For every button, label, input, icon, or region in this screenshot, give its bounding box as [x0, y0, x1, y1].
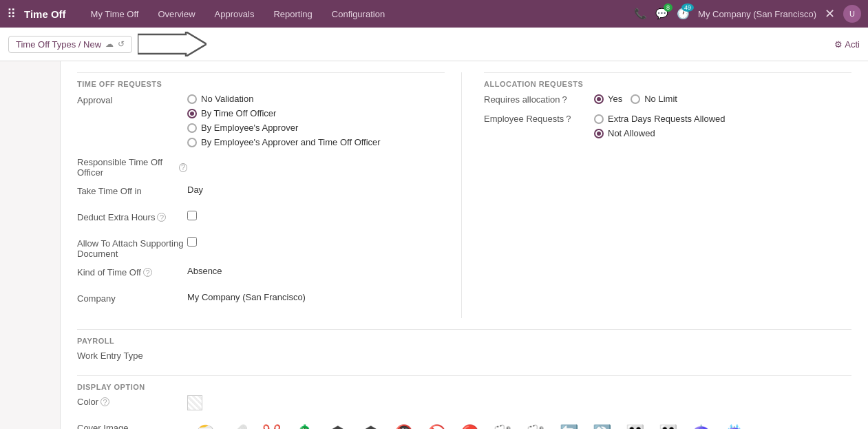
- approval-no-validation[interactable]: No Validation: [187, 94, 445, 104]
- color-help-icon[interactable]: ?: [100, 397, 109, 406]
- cover-icon-family-2[interactable]: 👪: [659, 424, 677, 429]
- discard-icon[interactable]: ↺: [118, 39, 125, 49]
- work-entry-field: Work Entry Type: [77, 349, 851, 368]
- approval-label: Approval: [77, 94, 187, 105]
- cover-item-8: 🚫: [419, 424, 446, 429]
- requires-allocation-field: Requires allocation ? Yes No Limit: [484, 94, 851, 105]
- color-field: Color ?: [77, 395, 851, 415]
- breadcrumb-pill: Time Off Types / New ☁ ↺: [8, 36, 132, 53]
- alloc-yes[interactable]: Yes: [594, 94, 622, 104]
- radio-alloc-no-limit[interactable]: [631, 94, 640, 104]
- color-label: Color ?: [77, 395, 187, 407]
- radio-not-allowed[interactable]: [594, 129, 604, 138]
- sidebar: [0, 61, 61, 429]
- allow-attach-value: [187, 237, 445, 247]
- take-time-off-value: Day: [187, 185, 445, 195]
- color-value: [187, 395, 851, 410]
- approval-by-officer[interactable]: By Time Off Officer: [187, 108, 445, 118]
- arrow-indicator: [138, 32, 207, 56]
- color-swatch[interactable]: [187, 395, 202, 410]
- phone-icon[interactable]: 📞: [634, 8, 647, 20]
- radio-by-approver[interactable]: [187, 123, 197, 133]
- display-header: DISPLAY OPTION: [77, 375, 851, 395]
- cover-icon-no-1[interactable]: 🚳: [394, 424, 413, 429]
- radio-by-both[interactable]: [187, 138, 197, 147]
- nav-approvals[interactable]: Approvals: [207, 6, 263, 22]
- cover-item-7: 🚳: [385, 424, 413, 429]
- close-icon[interactable]: ✕: [825, 6, 835, 21]
- nav-overview[interactable]: Overview: [149, 6, 203, 22]
- cover-icon-refresh-2[interactable]: 🔃: [593, 424, 611, 429]
- nav-configuration[interactable]: Configuration: [324, 6, 393, 22]
- cover-item-14: 👨‍👩‍👧: [617, 424, 644, 429]
- cover-icon-umbrella-2[interactable]: ☔: [725, 424, 743, 429]
- cover-item-2: 🩹: [220, 424, 248, 429]
- company-field: Company My Company (San Francisco): [77, 292, 445, 311]
- cover-icon-family-1[interactable]: 👨‍👩‍👧: [626, 424, 644, 429]
- cover-image-value: 🤕 🩹 ✂️ 💲: [187, 421, 851, 429]
- svg-marker-0: [138, 32, 207, 56]
- nav-right-actions: 📞 💬 8 🕐 49 My Company (San Francisco) ✕ …: [634, 5, 861, 23]
- cover-icon-umbrella-1[interactable]: ☂️: [692, 424, 710, 429]
- requires-allocation-help[interactable]: ?: [562, 94, 567, 105]
- activity-badge: 49: [681, 3, 694, 12]
- radio-no-validation[interactable]: [187, 94, 197, 104]
- cover-icon-scissors[interactable]: ✂️: [262, 424, 281, 429]
- payroll-header: PAYROLL: [77, 329, 851, 349]
- action-button[interactable]: ⚙ Acti: [834, 39, 860, 50]
- company-value: My Company (San Francisco): [187, 292, 445, 302]
- approval-by-approver[interactable]: By Employee's Approver: [187, 123, 445, 133]
- nav-my-time-off[interactable]: My Time Off: [83, 6, 147, 22]
- app-grid-icon[interactable]: ⠿: [7, 6, 16, 21]
- activity-icon[interactable]: 🕐 49: [677, 8, 690, 20]
- breadcrumb-bar: Time Off Types / New ☁ ↺ ⚙ Acti: [0, 28, 868, 61]
- cover-icon-stethoscope-2[interactable]: 🩺: [527, 424, 545, 429]
- deduct-help-icon[interactable]: ?: [157, 213, 166, 222]
- cover-item-16: ☂️: [683, 424, 710, 429]
- employee-requests-label: Employee Requests ?: [484, 114, 594, 124]
- emp-not-allowed[interactable]: Not Allowed: [594, 128, 851, 138]
- radio-alloc-yes[interactable]: [594, 94, 604, 104]
- radio-extra-days[interactable]: [594, 114, 604, 124]
- avatar[interactable]: U: [843, 5, 861, 23]
- take-time-off-field: Take Time Off in Day: [77, 185, 445, 204]
- emp-extra-days[interactable]: Extra Days Requests Allowed: [594, 114, 851, 124]
- cover-icon-dollar[interactable]: 💲: [295, 424, 314, 429]
- deduct-extra-checkbox[interactable]: [187, 211, 197, 220]
- nav-reporting[interactable]: Reporting: [265, 6, 320, 22]
- alloc-no-limit[interactable]: No Limit: [631, 94, 677, 104]
- radio-by-officer[interactable]: [187, 109, 197, 118]
- cover-icon-injury[interactable]: 🤕: [196, 424, 215, 429]
- display-section: DISPLAY OPTION Color ? Cover Image: [61, 375, 868, 429]
- kind-label: Kind of Time Off ?: [77, 266, 187, 278]
- cover-icon-no-3[interactable]: ⛔: [461, 424, 479, 429]
- cover-icon-diploma[interactable]: 🎓: [361, 424, 380, 429]
- approval-by-both[interactable]: By Employee's Approver and Time Off Offi…: [187, 137, 445, 147]
- save-icon[interactable]: ☁: [105, 39, 114, 49]
- cover-item-10: 🩺: [485, 424, 512, 429]
- cover-icon-bandage[interactable]: 🩹: [229, 424, 248, 429]
- requires-allocation-label: Requires allocation ?: [484, 94, 594, 105]
- chat-icon[interactable]: 💬 8: [655, 8, 668, 20]
- employee-requests-help[interactable]: ?: [566, 114, 571, 124]
- allow-attach-checkbox[interactable]: [187, 237, 197, 247]
- approval-options: No Validation By Time Off Officer By Emp…: [187, 94, 445, 149]
- cover-icon-refresh-1[interactable]: 🔄: [560, 424, 578, 429]
- cover-icon-graduation[interactable]: 🎓: [328, 424, 347, 429]
- cover-icon-no-2[interactable]: 🚫: [427, 424, 446, 429]
- cover-item-3: ✂️: [253, 424, 281, 429]
- requires-allocation-value: Yes No Limit: [594, 94, 677, 105]
- time-off-requests-header: TIME OFF REQUESTS: [77, 72, 445, 94]
- top-navigation: ⠿ Time Off My Time Off Overview Approval…: [0, 0, 868, 28]
- deduct-extra-label: Deduct Extra Hours ?: [77, 211, 187, 222]
- employee-requests-field: Employee Requests ? Extra Days Requests …: [484, 114, 851, 140]
- allocation-requests-header: ALLOCATION REQUESTS: [484, 72, 851, 94]
- cover-image-row: 🤕 🩹 ✂️ 💲: [187, 424, 851, 429]
- action-label: ⚙ Acti: [834, 39, 860, 50]
- payroll-section: PAYROLL Work Entry Type: [61, 329, 868, 368]
- responsible-help-icon[interactable]: ?: [179, 163, 187, 172]
- cover-icon-stethoscope-1[interactable]: 🩺: [494, 424, 512, 429]
- allocation-requests-section: ALLOCATION REQUESTS Requires allocation …: [462, 72, 851, 318]
- deduct-extra-value: [187, 211, 445, 220]
- kind-help-icon[interactable]: ?: [143, 268, 152, 277]
